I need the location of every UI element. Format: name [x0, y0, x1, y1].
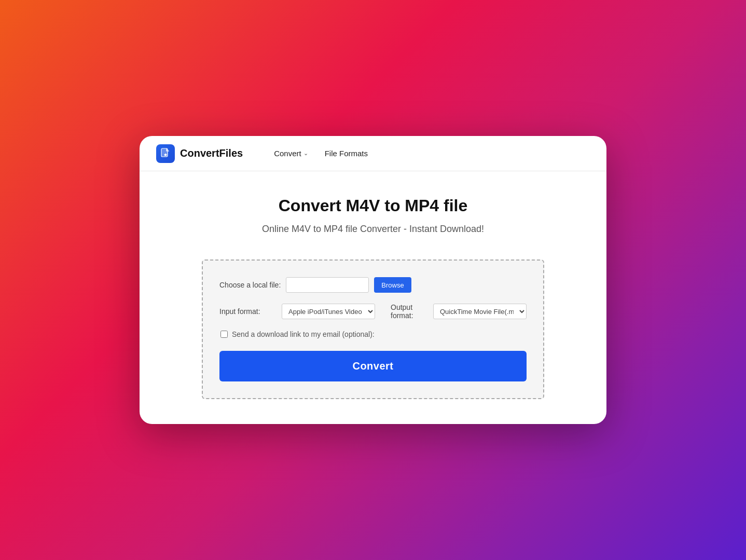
file-choose-row: Choose a local file: Browse	[219, 277, 527, 293]
convert-button[interactable]: Convert	[219, 351, 527, 381]
browse-button[interactable]: Browse	[374, 277, 411, 293]
converter-box: Choose a local file: Browse Input format…	[202, 259, 544, 399]
choose-file-label: Choose a local file:	[219, 281, 281, 289]
page-subtitle: Online M4V to MP4 file Converter - Insta…	[262, 224, 484, 235]
format-row: Input format: Apple iPod/iTunes Video Fi…	[219, 303, 527, 320]
logo-text: ConvertFiles	[180, 147, 243, 159]
input-format-label: Input format:	[219, 307, 277, 316]
output-format-label: Output format:	[391, 303, 424, 320]
main-content: Convert M4V to MP4 file Online M4V to MP…	[140, 171, 606, 424]
navbar: ConvertFiles Convert ⌄ File Formats	[140, 136, 606, 171]
file-input[interactable]	[286, 277, 369, 293]
email-checkbox-row: Send a download link to my email (option…	[219, 330, 527, 338]
nav-links: Convert ⌄ File Formats	[274, 149, 368, 158]
chevron-down-icon: ⌄	[303, 150, 308, 157]
app-window: ConvertFiles Convert ⌄ File Formats Conv…	[140, 136, 606, 424]
page-title: Convert M4V to MP4 file	[279, 196, 468, 215]
logo-icon	[156, 144, 175, 163]
email-checkbox[interactable]	[220, 331, 228, 338]
nav-convert[interactable]: Convert ⌄	[274, 149, 308, 158]
email-checkbox-label: Send a download link to my email (option…	[232, 330, 375, 338]
nav-file-formats[interactable]: File Formats	[325, 149, 368, 158]
output-format-select[interactable]: QuickTime Movie File(.mov)	[433, 304, 527, 319]
logo-area: ConvertFiles	[156, 144, 243, 163]
input-format-select[interactable]: Apple iPod/iTunes Video File(.m	[282, 304, 375, 319]
